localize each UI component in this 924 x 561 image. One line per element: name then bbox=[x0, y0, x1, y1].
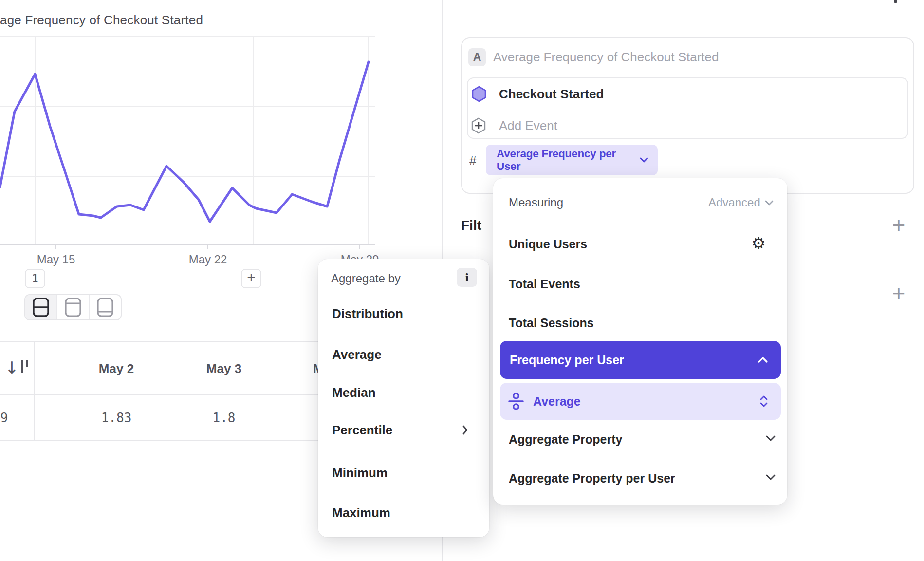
average-divide-icon bbox=[507, 392, 525, 411]
measuring-header: Measuring bbox=[509, 196, 563, 209]
chevron-right-icon bbox=[462, 424, 469, 436]
table-header-may2[interactable]: May 2 bbox=[68, 361, 165, 376]
metric-section-title: Metric bbox=[465, 0, 523, 3]
chevron-down-icon bbox=[764, 200, 774, 206]
chevron-down-icon[interactable] bbox=[765, 435, 776, 442]
layout-bottom-icon bbox=[96, 297, 114, 318]
table-cell-may2: 1.83 bbox=[68, 411, 165, 425]
menu-item-average-sub-selected[interactable]: Average bbox=[500, 383, 781, 420]
add-event-icon[interactable] bbox=[471, 117, 486, 134]
table-col-border bbox=[34, 341, 35, 441]
menu-item-total-events[interactable]: Total Events bbox=[509, 277, 580, 291]
layout-top-icon bbox=[64, 297, 82, 318]
measure-type-icon: # bbox=[469, 153, 476, 168]
layout-bottom-button[interactable] bbox=[90, 295, 121, 319]
advanced-toggle[interactable]: Advanced bbox=[708, 196, 774, 209]
menu-item-average[interactable]: Average bbox=[332, 347, 382, 362]
chevron-up-down-icon bbox=[759, 395, 768, 408]
menu-item-aggregate-property[interactable]: Aggregate Property bbox=[509, 432, 622, 447]
menu-item-maximum[interactable]: Maximum bbox=[332, 505, 390, 521]
menu-item-minimum[interactable]: Minimum bbox=[332, 466, 388, 481]
menu-item-median[interactable]: Median bbox=[332, 385, 376, 400]
menu-item-distribution[interactable]: Distribution bbox=[332, 306, 403, 321]
layout-top-button[interactable] bbox=[57, 295, 90, 319]
x-tick-may22: May 22 bbox=[179, 253, 237, 266]
menu-item-unique-users[interactable]: Unique Users bbox=[509, 237, 587, 251]
add-item-button[interactable]: + bbox=[887, 281, 910, 305]
measurement-dropdown-button[interactable]: Average Frequency per User bbox=[486, 145, 658, 175]
page-number-button[interactable]: 1 bbox=[25, 269, 45, 288]
info-icon[interactable]: i bbox=[457, 268, 477, 287]
analytics-app: age Frequency of Checkout Started May 15… bbox=[0, 0, 924, 561]
metric-name-input[interactable]: Average Frequency of Checkout Started bbox=[493, 50, 719, 65]
chart-title: age Frequency of Checkout Started bbox=[0, 13, 203, 28]
chevron-down-icon bbox=[639, 157, 649, 163]
x-tick-may15: May 15 bbox=[27, 253, 85, 266]
split-horizontal-icon bbox=[32, 297, 50, 318]
layout-toggle-group bbox=[24, 294, 122, 320]
line-chart bbox=[0, 29, 375, 249]
event-hexagon-icon bbox=[471, 86, 487, 102]
filters-section-title: Filt bbox=[461, 218, 492, 234]
chevron-up-icon bbox=[758, 356, 768, 363]
layout-split-horizontal-button[interactable] bbox=[25, 295, 57, 319]
menu-item-percentile[interactable]: Percentile bbox=[332, 423, 392, 438]
add-filter-button[interactable]: + bbox=[887, 213, 910, 237]
menu-item-total-sessions[interactable]: Total Sessions bbox=[509, 316, 594, 330]
table-cell-clipped: 1.9 bbox=[0, 411, 21, 425]
menu-item-aggregate-property-per-user[interactable]: Aggregate Property per User bbox=[509, 471, 675, 486]
gear-icon[interactable]: ⚙ bbox=[750, 235, 767, 252]
sort-descending-icon[interactable]: ↓ bbox=[5, 357, 28, 378]
add-event-label[interactable]: Add Event bbox=[499, 118, 557, 133]
menu-item-frequency-per-user-selected[interactable]: Frequency per User bbox=[500, 341, 781, 379]
event-name[interactable]: Checkout Started bbox=[499, 87, 604, 102]
metric-letter-badge: A bbox=[468, 48, 486, 66]
aggregate-by-header: Aggregate by bbox=[331, 272, 401, 285]
table-header-may3[interactable]: May 3 bbox=[175, 361, 273, 376]
add-page-button[interactable]: + bbox=[241, 269, 261, 288]
table-cell-may3: 1.8 bbox=[175, 411, 273, 425]
chevron-down-icon[interactable] bbox=[765, 474, 776, 481]
clipped-menu-icon[interactable] bbox=[894, 0, 897, 3]
